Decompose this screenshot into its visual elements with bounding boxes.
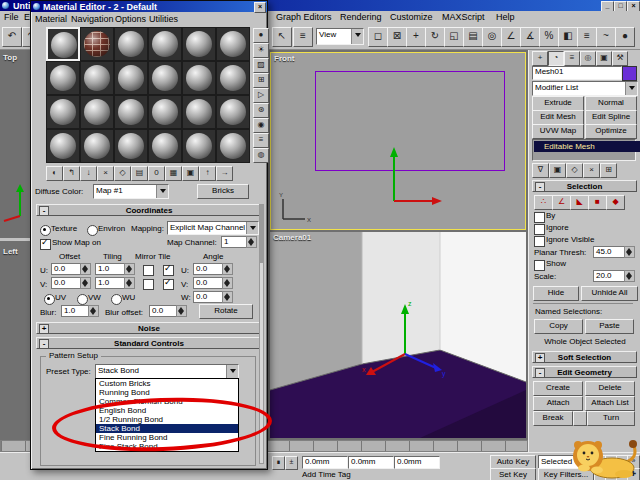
spinner-arrows[interactable] [222,263,233,275]
copy-button[interactable]: Copy [534,319,583,334]
texture-radio[interactable] [40,225,51,236]
blur-offset-spinner[interactable]: 0.0 [149,305,187,317]
material-editor-titlebar[interactable]: Material Editor - 2 - Default × [31,1,267,12]
make-unique-icon[interactable]: ◇ [114,166,131,181]
create-tab[interactable]: + [532,51,548,66]
u-angle-spinner[interactable]: 0.0 [193,263,233,275]
u-mirror-checkbox[interactable] [143,265,154,276]
ignore-backfacing-checkbox[interactable] [534,224,545,235]
select-by-name-icon[interactable]: ≡ [293,27,313,47]
set-key-button[interactable]: Set Key [490,468,536,480]
spinner-arrows[interactable] [176,305,187,317]
background-icon[interactable]: ▨ [253,58,269,73]
material-sample-slot-brick[interactable] [80,27,114,61]
noise-rollout[interactable]: + Noise [36,322,262,334]
put-to-scene-icon[interactable]: ↰ [63,166,80,181]
menu-graph-editors[interactable]: Graph Editors [276,12,332,22]
coordinate-x-field[interactable]: 0.0mm [302,456,348,469]
material-sample-slot[interactable] [216,27,250,61]
show-map-checkbox[interactable] [40,239,51,250]
go-to-parent-icon[interactable]: ↑ [199,166,216,181]
material-sample-slot[interactable] [80,95,114,129]
scrollbar-thumb[interactable] [260,205,263,263]
normal-button[interactable]: Normal [585,96,637,111]
sample-tiling-icon[interactable]: ⊞ [253,73,269,88]
material-sample-slot[interactable] [182,129,216,163]
menu-options[interactable]: Options [115,14,146,24]
attach-list-button[interactable]: Attach List [585,396,635,411]
spinner-arrows[interactable] [624,270,635,282]
v-tile-checkbox[interactable] [163,279,174,290]
utilities-tab[interactable]: ⚒ [612,51,628,66]
options-icon[interactable]: ◉ [253,118,269,133]
uv-radio[interactable] [44,294,55,305]
map-channel-spinner[interactable]: 1 [221,236,257,248]
get-material-icon[interactable]: ◐ [46,166,63,181]
standard-controls-rollout[interactable]: - Standard Controls [36,337,262,349]
scale-spinner[interactable]: 20.0 [593,270,635,282]
face-icon[interactable]: ◣ [570,195,589,210]
planar-thresh-spinner[interactable]: 45.0 [593,246,635,258]
move-icon[interactable]: + [406,27,426,47]
align-icon[interactable]: ≡ [577,27,597,47]
list-item-selected[interactable]: Stack Bond [96,424,238,433]
material-type-button[interactable]: Bricks [197,184,249,199]
material-sample-slot[interactable] [114,129,148,163]
backlight-icon[interactable]: ☀ [253,43,269,58]
rotate-icon[interactable]: ↻ [425,27,445,47]
display-tab[interactable]: ▣ [596,51,612,66]
edit-mesh-button[interactable]: Edit Mesh [532,110,584,125]
move-gizmo-top-viewport[interactable] [2,182,30,224]
show-end-result-icon[interactable]: ▣ [549,163,566,178]
environ-radio[interactable] [87,225,98,236]
reset-map-icon[interactable]: × [97,166,114,181]
material-sample-slot[interactable] [148,61,182,95]
add-time-tag[interactable]: Add Time Tag [302,470,351,479]
auto-key-button[interactable]: Auto Key [490,455,536,469]
menu-file[interactable]: File [4,12,19,22]
menu-rendering[interactable]: Rendering [340,12,382,22]
menu-navigation[interactable]: Navigation [71,14,114,24]
material-sample-slot[interactable] [46,129,80,163]
wu-radio[interactable] [111,294,122,305]
u-tile-checkbox[interactable] [163,265,174,276]
modify-tab[interactable]: ◔ [548,51,564,66]
list-item[interactable]: Custom Bricks [96,379,238,388]
extrude-button[interactable]: Extrude [532,96,584,111]
material-sample-slot[interactable] [148,95,182,129]
object-color-swatch[interactable] [622,66,637,81]
spinner-arrows[interactable] [124,263,135,275]
material-sample-slot[interactable] [182,27,216,61]
list-item[interactable]: English Bond [96,406,238,415]
material-sample-slot[interactable] [148,129,182,163]
hide-button[interactable]: Hide [533,286,579,301]
create-button[interactable]: Create [533,381,583,396]
selection-lock-icon[interactable]: ∎ [272,456,285,470]
mirror-icon[interactable]: ◧ [558,27,578,47]
material-sample-slot[interactable] [46,95,80,129]
pin-stack-icon[interactable]: ∇ [532,163,549,178]
list-item[interactable]: Common Flemish Bond [96,397,238,406]
select-by-material-icon[interactable]: ≡ [253,133,269,148]
viewport-label-front[interactable]: Front [274,54,294,63]
turn-button[interactable]: Turn [587,411,635,426]
v-tiling-spinner[interactable]: 1.0 [95,277,135,289]
element-icon[interactable]: ◆ [606,195,625,210]
video-color-check-icon[interactable]: ▷ [253,88,269,103]
material-sample-slot[interactable] [182,95,216,129]
mapping-dropdown[interactable]: Explicit Map Channel [167,221,259,235]
go-to-sibling-icon[interactable]: → [216,166,233,181]
make-preview-icon[interactable]: ⊛ [253,103,269,118]
ignore-visible-checkbox[interactable] [534,236,545,247]
material-sample-slot[interactable] [114,95,148,129]
hierarchy-tab[interactable]: ≡ [564,51,580,66]
u-offset-spinner[interactable]: 0.0 [51,263,91,275]
list-item[interactable]: Fine Stack Bond [96,442,238,451]
close-icon[interactable]: × [254,2,266,13]
material-sample-slot[interactable] [46,61,80,95]
modifier-list-dropdown[interactable]: Modifier List [532,81,638,96]
material-sample-slot[interactable] [114,27,148,61]
selection-rollout[interactable]: - Selection [532,180,637,192]
material-map-navigator-icon[interactable]: ◍ [253,148,269,163]
motion-tab[interactable]: ◎ [580,51,596,66]
